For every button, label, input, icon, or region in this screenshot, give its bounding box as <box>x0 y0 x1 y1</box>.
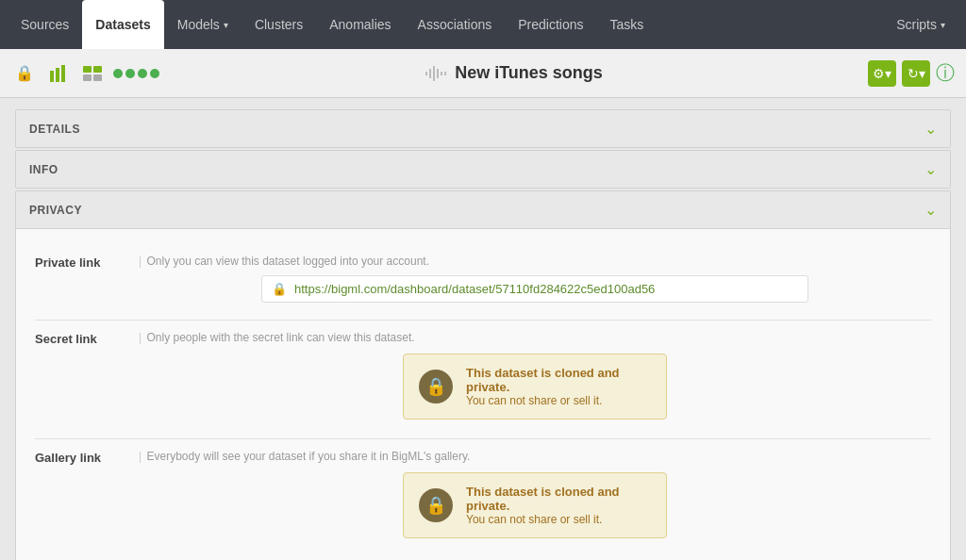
url-lock-icon: 🔒 <box>272 282 287 296</box>
chevron-privacy-icon: ⌄ <box>924 201 937 219</box>
main-content: DETAILS ⌄ INFO ⌄ PRIVACY ⌄ Private link … <box>0 98 966 560</box>
status-dots <box>113 69 159 78</box>
private-link-row: Private link | Only you can view this da… <box>35 244 931 321</box>
nav-item-datasets[interactable]: Datasets <box>82 0 163 49</box>
section-title-details: DETAILS <box>29 123 80 136</box>
gallery-link-desc: | Everybody will see your dataset if you… <box>139 447 470 463</box>
nav-label-sources: Sources <box>21 17 69 32</box>
section-details: DETAILS ⌄ <box>15 109 951 148</box>
section-title-info: INFO <box>29 163 58 176</box>
split-icon[interactable] <box>79 60 106 87</box>
chevron-details-icon: ⌄ <box>924 120 937 138</box>
svg-rect-3 <box>83 66 92 73</box>
settings-icon: ⚙ <box>873 66 885 81</box>
svg-rect-12 <box>444 72 446 75</box>
gallery-alert-sub: You can not share or sell it. <box>466 513 651 526</box>
dot-4 <box>150 69 159 78</box>
navbar: Sources Datasets Models ▾ Clusters Anoma… <box>0 0 966 49</box>
gallery-link-content: | Everybody will see your dataset if you… <box>139 449 931 548</box>
refresh-icon: ↻ <box>908 66 919 81</box>
info-button[interactable]: ⓘ <box>936 60 955 86</box>
nav-item-scripts[interactable]: Scripts ▾ <box>883 0 958 49</box>
svg-rect-7 <box>425 72 427 75</box>
nav-item-associations[interactable]: Associations <box>405 0 506 49</box>
scripts-dropdown-arrow: ▾ <box>941 20 945 30</box>
svg-rect-2 <box>61 65 65 82</box>
private-link-desc: | Only you can view this dataset logged … <box>139 252 429 268</box>
svg-rect-0 <box>50 71 54 82</box>
gallery-link-alert: 🔒 This dataset is cloned and private. Yo… <box>403 472 667 538</box>
section-title-privacy: PRIVACY <box>29 204 82 217</box>
nav-item-predictions[interactable]: Predictions <box>505 0 596 49</box>
nav-label-models: Models <box>177 17 220 32</box>
svg-rect-10 <box>437 69 439 78</box>
svg-rect-5 <box>83 74 92 81</box>
secret-link-desc: | Only people with the secret link can v… <box>139 328 415 344</box>
refresh-button[interactable]: ↻▾ <box>902 60 930 87</box>
private-link-content: | Only you can view this dataset logged … <box>139 254 931 310</box>
gallery-alert-title: This dataset is cloned and private. <box>466 485 651 513</box>
dot-2 <box>125 69 135 78</box>
bar-chart-icon[interactable] <box>45 60 72 87</box>
svg-rect-8 <box>429 69 431 78</box>
private-link-url: https://bigml.com/dashboard/dataset/5711… <box>294 282 798 296</box>
section-header-info[interactable]: INFO ⌄ <box>16 151 950 188</box>
nav-label-datasets: Datasets <box>95 17 150 32</box>
nav-item-models[interactable]: Models ▾ <box>164 0 242 49</box>
gallery-link-row: Gallery link | Everybody will see your d… <box>35 439 931 557</box>
lock-icon: 🔒 <box>11 60 38 87</box>
secret-alert-title: This dataset is cloned and private. <box>466 366 651 394</box>
svg-rect-9 <box>433 66 435 81</box>
private-link-label: Private link <box>35 254 139 270</box>
nav-label-anomalies: Anomalies <box>329 17 391 32</box>
nav-item-tasks[interactable]: Tasks <box>596 0 657 49</box>
gallery-alert-lock-icon: 🔒 <box>419 488 453 522</box>
toolbar-title-area: New iTunes songs <box>167 62 860 85</box>
dot-1 <box>113 69 123 78</box>
waveform-icon <box>425 62 447 85</box>
secret-link-alert: 🔒 This dataset is cloned and private. Yo… <box>403 354 667 420</box>
nav-item-anomalies[interactable]: Anomalies <box>316 0 404 49</box>
svg-rect-6 <box>93 74 102 81</box>
models-dropdown-arrow: ▾ <box>224 20 228 30</box>
svg-rect-11 <box>441 72 442 75</box>
section-header-privacy[interactable]: PRIVACY ⌄ <box>16 191 950 229</box>
secret-link-label: Secret link <box>35 330 139 346</box>
svg-rect-4 <box>93 66 102 73</box>
secret-link-row: Secret link | Only people with the secre… <box>35 321 931 439</box>
nav-label-predictions: Predictions <box>518 17 583 32</box>
page-title: New iTunes songs <box>455 63 603 83</box>
toolbar-right: ⚙▾ ↻▾ ⓘ <box>868 60 955 87</box>
nav-item-sources[interactable]: Sources <box>8 0 82 49</box>
nav-label-tasks: Tasks <box>609 17 643 32</box>
svg-rect-1 <box>56 68 59 82</box>
privacy-content: Private link | Only you can view this da… <box>16 229 950 560</box>
settings-button[interactable]: ⚙▾ <box>868 60 896 87</box>
toolbar: 🔒 New iTunes songs <box>0 49 966 98</box>
gallery-link-label: Gallery link <box>35 449 139 465</box>
nav-label-clusters: Clusters <box>255 17 303 32</box>
secret-link-content: | Only people with the secret link can v… <box>139 330 931 429</box>
section-privacy: PRIVACY ⌄ Private link | Only you can vi… <box>15 190 951 560</box>
nav-item-clusters[interactable]: Clusters <box>242 0 316 49</box>
secret-alert-text: This dataset is cloned and private. You … <box>466 366 651 407</box>
private-link-url-box[interactable]: 🔒 https://bigml.com/dashboard/dataset/57… <box>261 275 808 303</box>
gallery-alert-text: This dataset is cloned and private. You … <box>466 485 651 526</box>
secret-alert-lock-icon: 🔒 <box>419 370 453 404</box>
dot-3 <box>138 69 147 78</box>
info-icon: ⓘ <box>936 62 955 83</box>
chevron-info-icon: ⌄ <box>924 160 937 178</box>
secret-alert-sub: You can not share or sell it. <box>466 394 651 407</box>
nav-label-scripts: Scripts <box>896 17 937 32</box>
nav-label-associations: Associations <box>418 17 492 32</box>
section-info: INFO ⌄ <box>15 150 951 189</box>
section-header-details[interactable]: DETAILS ⌄ <box>16 110 950 147</box>
